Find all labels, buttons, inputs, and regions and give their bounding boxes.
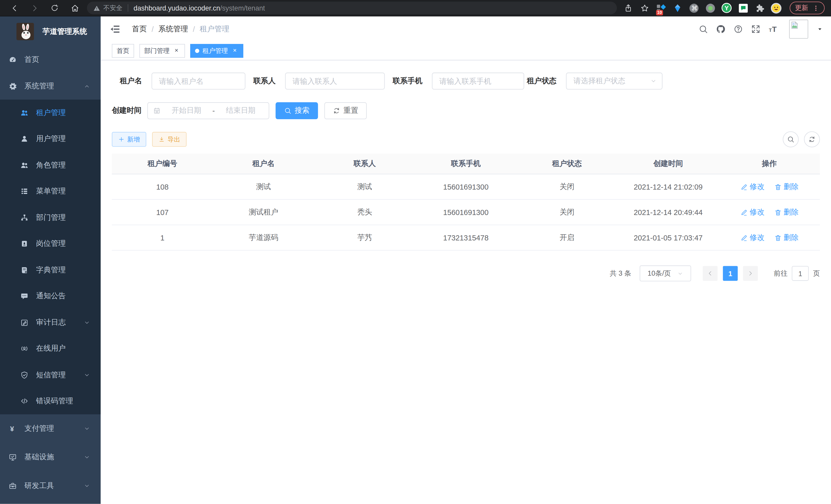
export-button[interactable]: 导出 xyxy=(152,132,187,147)
page-unit-label: 页 xyxy=(813,269,820,278)
sidebar-item-role[interactable]: 角色管理 xyxy=(0,152,101,178)
infra-monitor-icon xyxy=(8,453,17,462)
refresh-table-button[interactable] xyxy=(804,131,820,147)
tab-label: 租户管理 xyxy=(202,46,228,55)
column-header-contact: 联系人 xyxy=(314,154,415,174)
cell-name: 测试 xyxy=(213,174,314,199)
sidebar-item-home[interactable]: 首页 xyxy=(0,47,101,73)
close-icon[interactable]: × xyxy=(173,47,180,55)
github-icon[interactable] xyxy=(716,24,725,34)
app-logo[interactable]: 芋道管理系统 xyxy=(0,17,101,47)
search-icon[interactable] xyxy=(698,24,708,34)
extension-gem-icon[interactable] xyxy=(671,2,683,13)
browser-reload-icon[interactable] xyxy=(45,1,64,16)
contact-mobile-input[interactable] xyxy=(432,73,524,90)
dept-tree-icon xyxy=(20,213,29,222)
chevron-down-icon xyxy=(677,270,683,276)
edit-link[interactable]: 修改 xyxy=(740,182,765,191)
sidebar-item-pay[interactable]: 支付管理 xyxy=(0,414,101,443)
browser-menu-dots-icon[interactable] xyxy=(812,5,820,11)
extension-squares-icon[interactable]: 10 xyxy=(655,2,666,13)
breadcrumb-system[interactable]: 系统管理 xyxy=(158,24,188,34)
sidebar-item-system[interactable]: 系统管理 xyxy=(0,73,101,100)
sidebar-fold-icon[interactable] xyxy=(110,24,120,34)
delete-link[interactable]: 删除 xyxy=(774,207,798,217)
caret-down-icon[interactable] xyxy=(817,26,823,32)
tenant-status-select[interactable]: 请选择租户状态 xyxy=(566,73,662,90)
fullscreen-icon[interactable] xyxy=(751,24,761,34)
tenant-name-input[interactable] xyxy=(152,73,246,90)
browser-forward-icon[interactable] xyxy=(24,1,45,16)
sidebar-item-devtool[interactable]: 研发工具 xyxy=(0,472,101,500)
show-search-button[interactable] xyxy=(783,131,799,147)
sidebar-item-label: 菜单管理 xyxy=(36,187,66,196)
sidebar-item-tenant[interactable]: 租户管理 xyxy=(0,100,101,126)
browser-update-button[interactable]: 更新 xyxy=(790,2,825,14)
search-button[interactable]: 搜索 xyxy=(276,102,318,119)
sidebar-item-post[interactable]: 岗位管理 xyxy=(0,231,101,257)
sidebar-item-infra[interactable]: 基础设施 xyxy=(0,443,101,471)
browser-home-icon[interactable] xyxy=(65,1,85,16)
create-time-label: 创建时间 xyxy=(112,106,147,116)
goto-page-input[interactable] xyxy=(792,266,809,281)
sidebar-item-dict[interactable]: 字典管理 xyxy=(0,257,101,283)
chevron-up-icon xyxy=(84,83,90,90)
sidebar-item-label: 在线用户 xyxy=(36,344,66,353)
edit-link[interactable]: 修改 xyxy=(740,233,765,242)
cell-name: 测试租户 xyxy=(213,200,314,225)
prev-page-button[interactable] xyxy=(703,266,718,281)
sidebar-item-sms[interactable]: 短信管理 xyxy=(0,362,101,388)
next-page-button[interactable] xyxy=(743,266,758,281)
extension-dot-icon[interactable] xyxy=(704,2,716,13)
sidebar-item-error-code[interactable]: 错误码管理 xyxy=(0,388,101,414)
breadcrumb-home[interactable]: 首页 xyxy=(132,24,147,34)
add-button-label: 新增 xyxy=(127,135,140,144)
sidebar-item-user[interactable]: 用户管理 xyxy=(0,126,101,152)
page-size-select[interactable]: 10条/页 xyxy=(639,265,691,281)
profile-avatar[interactable] xyxy=(770,2,782,13)
screen: 不安全 dashboard.yudao.iocoder.cn/system/te… xyxy=(0,0,831,504)
delete-link-label: 删除 xyxy=(784,182,799,191)
page-size-value: 10条/页 xyxy=(648,269,671,278)
delete-link[interactable]: 删除 xyxy=(774,182,798,191)
create-time-range-picker[interactable]: 开始日期 - 结束日期 xyxy=(147,102,269,119)
delete-link[interactable]: 删除 xyxy=(774,233,798,242)
edit-pencil-icon xyxy=(740,183,747,190)
address-bar[interactable]: 不安全 dashboard.yudao.iocoder.cn/system/te… xyxy=(87,2,617,14)
browser-back-icon[interactable] xyxy=(4,1,24,16)
cell-status: 关闭 xyxy=(516,174,618,199)
sidebar-item-label: 用户管理 xyxy=(36,134,66,144)
contact-name-input[interactable] xyxy=(285,73,385,90)
sidebar-item-notice[interactable]: 通知公告 xyxy=(0,283,101,309)
search-icon xyxy=(284,107,292,115)
cell-contact: 测试 xyxy=(314,174,415,199)
user-avatar[interactable] xyxy=(789,20,808,38)
sidebar-item-audit-log[interactable]: 审计日志 xyxy=(0,309,101,336)
help-icon[interactable] xyxy=(734,24,743,34)
security-chip[interactable]: 不安全 xyxy=(93,3,122,12)
extension-y-icon[interactable] xyxy=(721,2,732,13)
extension-chat-icon[interactable] xyxy=(737,2,749,13)
edit-link[interactable]: 修改 xyxy=(740,207,765,217)
delete-link-label: 删除 xyxy=(784,207,799,217)
active-tab-dot xyxy=(195,49,199,53)
reset-button[interactable]: 重置 xyxy=(324,102,367,119)
share-icon[interactable] xyxy=(622,2,634,13)
sidebar-item-label: 基础设施 xyxy=(24,452,54,462)
extension-command-icon[interactable] xyxy=(688,2,699,13)
tab-dept[interactable]: 部门管理 × xyxy=(139,44,185,58)
close-icon[interactable]: × xyxy=(231,47,238,55)
extensions-puzzle-icon[interactable] xyxy=(754,2,765,13)
page-number-button[interactable]: 1 xyxy=(723,266,738,281)
sidebar-item-label: 系统管理 xyxy=(24,82,54,91)
sidebar-item-dept[interactable]: 部门管理 xyxy=(0,205,101,231)
bookmark-star-icon[interactable] xyxy=(638,2,650,13)
add-button[interactable]: 新增 xyxy=(112,132,146,147)
tab-home[interactable]: 首页 xyxy=(112,44,134,58)
font-size-icon[interactable] xyxy=(769,24,778,34)
sidebar-item-online-user[interactable]: 在线用户 xyxy=(0,336,101,362)
tab-tenant[interactable]: 租户管理 × xyxy=(190,44,243,58)
table-row: 1 芋道源码 芋艿 17321315478 开启 2021-01-05 17:0… xyxy=(112,225,820,251)
sidebar-item-menu[interactable]: 菜单管理 xyxy=(0,178,101,205)
sidebar-item-label: 通知公告 xyxy=(36,292,66,301)
